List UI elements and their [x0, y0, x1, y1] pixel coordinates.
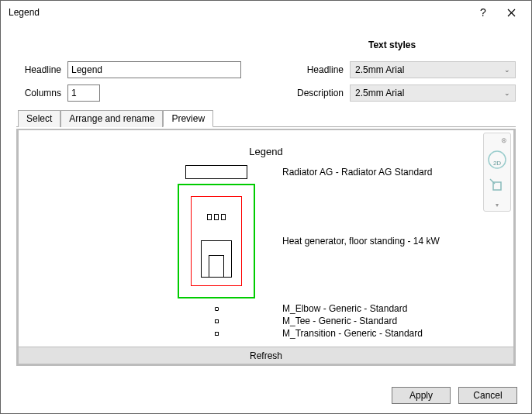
legend-row: Heat generator, floor standing - 14 kW	[174, 184, 513, 298]
ts-desc-value: 2.5mm Arial	[355, 88, 404, 98]
refresh-button[interactable]: Refresh	[19, 347, 513, 364]
pan-icon[interactable]	[486, 175, 508, 197]
tab-select[interactable]: Select	[18, 110, 60, 127]
close-icon	[507, 9, 516, 17]
columns-label: Columns	[16, 88, 61, 98]
ts-headline-value: 2.5mm Arial	[355, 64, 404, 75]
dialog-footer: Apply Cancel	[392, 387, 517, 404]
ts-desc-combo[interactable]: 2.5mm Arial ⌄	[350, 85, 516, 102]
svg-text:2D: 2D	[493, 160, 501, 167]
navbar-close-icon[interactable]: ⊗	[501, 136, 507, 144]
legend-label: M_Elbow - Generic - Standard	[282, 303, 407, 314]
navigation-bar: ⊗ 2D ▾	[483, 133, 511, 212]
legend-row: Radiator AG - Radiator AG Standard	[174, 165, 513, 179]
legend-label: M_Transition - Generic - Standard	[282, 328, 423, 339]
symbol-heat-generator	[174, 184, 259, 298]
close-button[interactable]	[497, 2, 525, 23]
preview-canvas[interactable]: ⊗ 2D ▾ Legend Radiator AG - R	[19, 130, 513, 347]
ts-headline-combo[interactable]: 2.5mm Arial ⌄	[350, 61, 516, 78]
tab-preview[interactable]: Preview	[163, 110, 213, 127]
legend-row: M_Elbow - Generic - Standard	[174, 303, 513, 314]
symbol-tee	[174, 319, 259, 323]
help-button[interactable]: ?	[469, 2, 497, 23]
titlebar: Legend ?	[1, 1, 531, 24]
legend-label: Radiator AG - Radiator AG Standard	[282, 167, 432, 178]
legend-dialog: Legend ? Text styles Headline Headline 2…	[0, 0, 532, 414]
symbol-transition	[174, 332, 259, 336]
cancel-button[interactable]: Cancel	[458, 387, 517, 404]
legend-title: Legend	[19, 146, 513, 157]
dialog-title: Legend	[9, 7, 469, 18]
ts-desc-label: Description	[294, 88, 344, 98]
dialog-content: Text styles Headline Headline 2.5mm Aria…	[1, 24, 531, 374]
preview-frame: ⊗ 2D ▾ Legend Radiator AG - R	[16, 129, 516, 366]
text-styles-heading: Text styles	[368, 40, 416, 50]
symbol-elbow	[174, 307, 259, 311]
legend-row: M_Tee - Generic - Standard	[174, 316, 513, 326]
headline-input[interactable]	[67, 61, 241, 78]
ts-headline-label: Headline	[294, 64, 344, 75]
view-mode-2d-icon[interactable]: 2D	[486, 149, 508, 171]
legend-label: Heat generator, floor standing - 14 kW	[282, 236, 440, 247]
legend-row: M_Transition - Generic - Standard	[174, 328, 513, 339]
apply-button[interactable]: Apply	[392, 387, 451, 404]
legend-items: Radiator AG - Radiator AG Standard He	[19, 157, 513, 339]
symbol-radiator	[174, 165, 259, 179]
chevron-down-icon: ⌄	[504, 89, 510, 97]
legend-label: M_Tee - Generic - Standard	[282, 316, 397, 326]
chevron-down-icon[interactable]: ▾	[496, 202, 499, 208]
tab-arrange-and-rename[interactable]: Arrange and rename	[60, 110, 163, 127]
chevron-down-icon: ⌄	[504, 66, 510, 74]
columns-input[interactable]	[67, 85, 100, 102]
headline-label: Headline	[16, 64, 61, 75]
tabstrip: Select Arrange and rename Preview	[16, 109, 516, 127]
